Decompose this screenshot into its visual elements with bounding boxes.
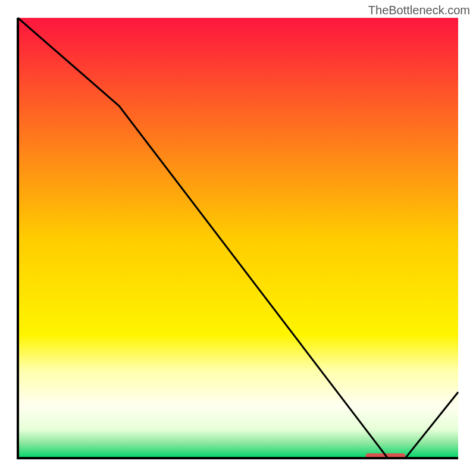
bottleneck-chart	[0, 0, 476, 476]
attribution-text: TheBottleneck.com	[368, 4, 470, 17]
chart-container: TheBottleneck.com	[0, 0, 476, 476]
plot-background	[18, 18, 458, 458]
